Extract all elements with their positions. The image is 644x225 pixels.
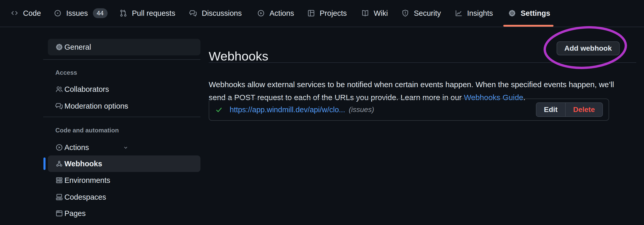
sidebar-item-label: Codespaces — [64, 193, 106, 201]
sidebar-item-label: Environments — [64, 176, 110, 185]
delete-webhook-button[interactable]: Delete — [566, 103, 602, 116]
selected-item-accent-bar — [43, 158, 46, 170]
chevron-down-icon — [55, 144, 196, 151]
edit-webhook-button[interactable]: Edit — [536, 103, 565, 116]
people-icon — [55, 85, 63, 93]
sidebar-section-header-code-and-automation: Code and automation — [55, 127, 119, 134]
sidebar-item-general[interactable]: General — [48, 39, 200, 55]
webhook-icon — [55, 160, 63, 168]
webhook-url-link[interactable]: https://app.windmill.dev/api/w/clo... — [230, 106, 345, 114]
webhooks-settings-main: Webhooks Add webhook Webhooks allow exte… — [209, 0, 636, 225]
browser-icon — [55, 209, 63, 218]
page-title: Webhooks — [209, 49, 268, 63]
chevron-down-icon — [55, 103, 196, 110]
gear-icon — [55, 43, 63, 51]
sidebar-item-moderation-options[interactable]: Moderation options — [48, 98, 200, 114]
webhook-actions-group: Edit Delete — [536, 102, 603, 117]
server-icon — [55, 176, 63, 184]
sidebar-section-header-access: Access — [55, 69, 77, 76]
codespaces-icon — [55, 193, 63, 201]
settings-sidebar: General Access Collaborators Moderation … — [48, 0, 200, 225]
tab-code[interactable]: Code — [10, 0, 41, 26]
sidebar-item-label: General — [64, 43, 91, 51]
delivery-success-check-icon — [215, 106, 223, 114]
tab-label: Code — [23, 9, 41, 18]
webhook-events: (issues) — [349, 106, 374, 114]
webhook-list-item: https://app.windmill.dev/api/w/clo... (i… — [209, 99, 609, 121]
code-icon — [10, 9, 19, 17]
sidebar-item-label: Pages — [64, 209, 86, 218]
sidebar-divider — [43, 117, 200, 117]
sidebar-item-actions[interactable]: Actions — [48, 139, 200, 156]
sidebar-item-label: Webhooks — [64, 160, 102, 168]
sidebar-item-codespaces[interactable]: Codespaces — [48, 189, 200, 205]
sidebar-item-webhooks[interactable]: Webhooks — [48, 155, 200, 172]
github-repo-settings-page: Code Issues 44 Pull requests Discussions… — [0, 0, 644, 225]
sidebar-item-collaborators[interactable]: Collaborators — [48, 81, 200, 98]
sidebar-item-pages[interactable]: Pages — [48, 205, 200, 222]
sidebar-item-label: Collaborators — [64, 85, 109, 94]
sidebar-item-environments[interactable]: Environments — [48, 172, 200, 189]
description-line1: Webhooks allow external services to be n… — [209, 80, 614, 89]
title-divider — [209, 62, 636, 63]
sidebar-divider — [43, 59, 200, 60]
add-webhook-button[interactable]: Add webhook — [557, 41, 620, 55]
